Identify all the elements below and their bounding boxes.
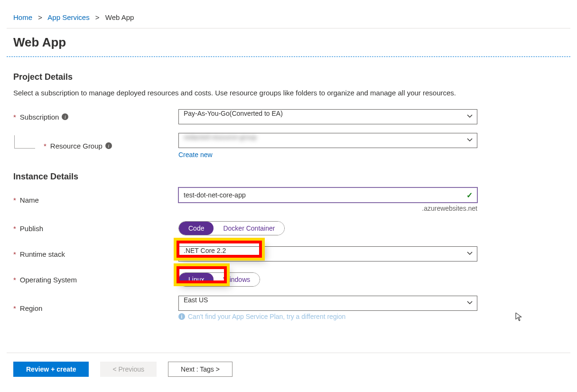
section-instance-details: Instance Details [13,172,564,182]
runtime-select[interactable]: .NET Core 2.2 [178,246,477,261]
section-project-details: Project Details [13,72,564,82]
os-label: * Operating System [13,276,178,284]
review-create-button[interactable]: Review + create [13,362,89,377]
os-toggle: Linux Windows [178,272,260,287]
os-option-linux[interactable]: Linux [179,273,214,286]
publish-label: * Publish [13,224,178,233]
info-icon[interactable]: i [105,142,112,149]
breadcrumb-sep: > [38,13,42,21]
footer-bar: Review + create < Previous Next : Tags > [7,353,570,385]
info-icon[interactable]: i [62,113,68,120]
domain-suffix: .azurewebsites.net [178,205,477,212]
check-icon: ✓ [466,191,473,200]
region-select[interactable]: East US [178,296,477,311]
publish-toggle: Code Docker Container [178,221,285,235]
breadcrumb-current: Web App [105,13,134,21]
publish-option-code[interactable]: Code [179,222,214,235]
breadcrumb: Home > App Services > Web App [7,7,570,28]
resource-group-label: * Resource Group i [13,142,178,150]
info-icon: i [178,313,185,320]
name-input[interactable] [178,187,477,203]
create-new-link[interactable]: Create new [178,151,213,159]
os-option-windows[interactable]: Windows [214,273,260,286]
page-title: Web App [7,28,570,56]
breadcrumb-sep: > [95,13,100,21]
subscription-label: * Subscription i [13,113,178,121]
breadcrumb-app-services[interactable]: App Services [47,13,89,21]
next-button[interactable]: Next : Tags > [168,362,233,377]
name-label: * Name [13,196,178,204]
runtime-label: * Runtime stack [13,250,178,258]
project-details-description: Select a subscription to manage deployed… [13,88,478,98]
region-label: * Region [13,304,178,312]
breadcrumb-home[interactable]: Home [13,13,32,21]
publish-option-docker[interactable]: Docker Container [214,222,284,235]
previous-button[interactable]: < Previous [100,362,157,377]
resource-group-select[interactable]: redacted-resource-group [178,133,477,148]
region-hint: i Can't find your App Service Plan, try … [178,313,477,320]
subscription-select[interactable]: Pay-As-You-Go(Converted to EA) [178,109,477,124]
